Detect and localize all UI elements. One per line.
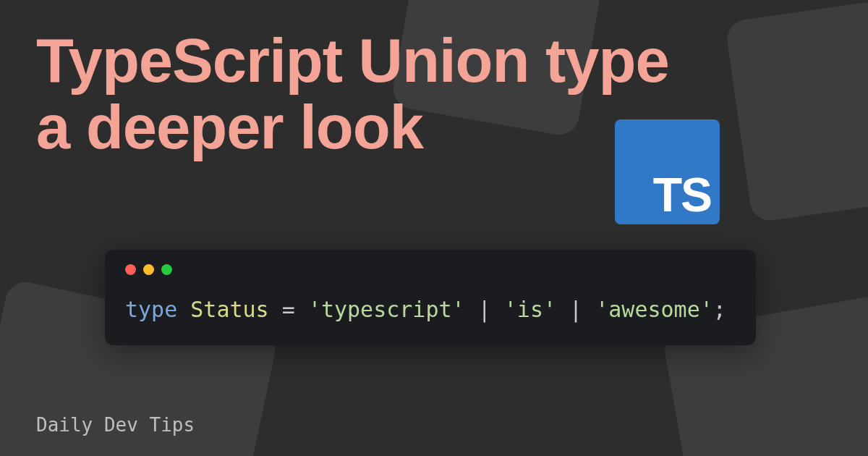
content-area: TypeScript Union type a deeper look TS t… [0,0,868,456]
maximize-icon [161,264,172,275]
code-pipe: | [556,297,595,322]
window-traffic-lights [125,264,736,275]
code-string: 'is' [504,297,556,322]
code-string: 'typescript' [308,297,465,322]
code-type-name: Status [190,297,268,322]
title-line-1: TypeScript Union type [36,26,669,95]
code-pipe: | [465,297,504,322]
code-line: type Status = 'typescript' | 'is' | 'awe… [125,297,736,322]
code-keyword: type [125,297,177,322]
minimize-icon [143,264,154,275]
typescript-logo-icon: TS [615,119,720,224]
ts-logo-text: TS [653,171,711,219]
code-semicolon: ; [713,297,726,322]
title-line-2: a deeper look [36,93,423,161]
footer-brand: Daily Dev Tips [36,414,195,436]
close-icon [125,264,136,275]
code-window: type Status = 'typescript' | 'is' | 'awe… [105,250,756,345]
code-string: 'awesome' [595,297,713,322]
code-equals: = [269,297,308,322]
